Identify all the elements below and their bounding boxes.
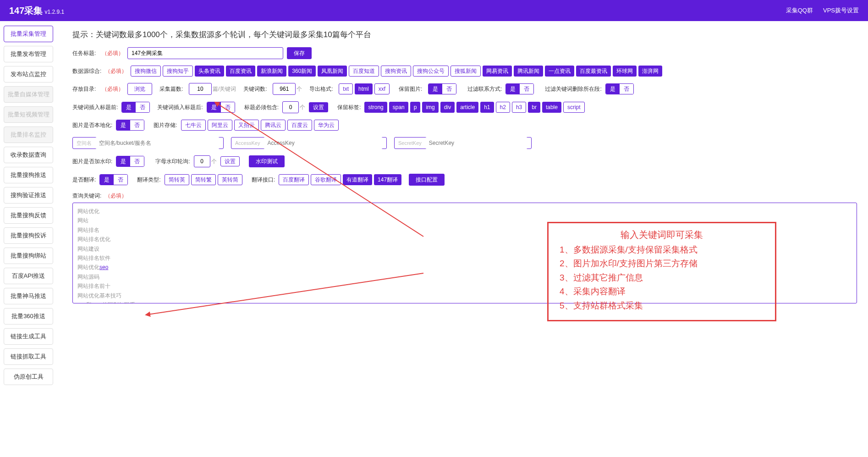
label-img-store: 图片存储: <box>154 121 177 129</box>
keep-tag-8[interactable]: h3 <box>512 102 526 113</box>
trans-type-tag-1[interactable]: 简转繁 <box>191 174 216 185</box>
annotation-line: 5、支持站群格式采集 <box>560 299 764 313</box>
accesskey-input[interactable] <box>264 137 383 149</box>
trans-api-tag-3[interactable]: 147翻译 <box>374 174 401 185</box>
toggle-filter-contact[interactable]: 是否 <box>505 83 534 94</box>
title-must-input[interactable] <box>282 101 299 113</box>
source-tag-15[interactable]: 环球网 <box>613 66 637 77</box>
source-tag-8[interactable]: 搜狗资讯 <box>381 66 411 77</box>
annotation-box: 输入关键词即可采集 1、多数据源采集/支持保留采集格式2、图片加水印/支持图片第… <box>547 222 776 321</box>
sidebar-item-5: 批量排名监控 <box>4 127 53 143</box>
label-source: 数据源综合: <box>72 67 101 75</box>
link-vps[interactable]: VPS拨号设置 <box>823 6 859 15</box>
img-store-tag-5[interactable]: 华为云 <box>314 120 339 131</box>
space-prefix: 空间名 <box>77 140 92 147</box>
source-tag-11[interactable]: 网易资讯 <box>483 66 512 77</box>
keep-tag-1[interactable]: span <box>389 102 408 113</box>
toggle-keep-img[interactable]: 是否 <box>428 83 456 94</box>
img-store-tag-1[interactable]: 阿里云 <box>208 120 232 131</box>
collect-count-input[interactable] <box>189 83 212 95</box>
keep-tag-2[interactable]: p <box>410 102 421 113</box>
img-store-tag-2[interactable]: 又拍云 <box>234 120 259 131</box>
secretkey-input[interactable] <box>425 137 527 149</box>
save-button[interactable]: 保存 <box>287 47 312 59</box>
sidebar-item-12[interactable]: 百度API推送 <box>4 268 53 284</box>
sidebar-item-1[interactable]: 批量发布管理 <box>4 46 53 62</box>
space-input-box: 空间名 <box>72 137 224 149</box>
sidebar-item-7[interactable]: 批量搜狗推送 <box>4 167 53 183</box>
title-must-set-button[interactable]: 设置 <box>309 102 328 112</box>
sidebar-item-13[interactable]: 批量神马推送 <box>4 288 53 304</box>
sidebar-item-10[interactable]: 批量搜狗投诉 <box>4 227 53 244</box>
space-input[interactable] <box>95 137 220 149</box>
sidebar-item-14[interactable]: 批量360推送 <box>4 308 53 325</box>
sidebar-item-16[interactable]: 链接抓取工具 <box>4 348 53 365</box>
wm-test-button[interactable]: 水印测试 <box>249 155 285 167</box>
label-query-kw: 查询关键词: <box>72 192 101 200</box>
keep-tag-5[interactable]: article <box>456 102 478 113</box>
source-tag-5[interactable]: 360新闻 <box>288 66 316 77</box>
toggle-translate[interactable]: 是否 <box>99 174 128 185</box>
img-store-tag-4[interactable]: 百度云 <box>287 120 312 131</box>
export-fmt-tag-0[interactable]: txt <box>339 83 353 94</box>
annotation-title: 输入关键词即可采集 <box>560 229 764 241</box>
browse-button[interactable]: 浏览 <box>127 83 152 95</box>
keyword-count-input[interactable] <box>273 83 296 95</box>
source-tag-16[interactable]: 澎湃网 <box>638 66 662 77</box>
source-tag-7[interactable]: 百度知道 <box>349 66 379 77</box>
source-tag-0[interactable]: 搜狗微信 <box>131 66 161 77</box>
label-kw-after: 关键词插入标题后: <box>157 104 203 111</box>
label-trans-api: 翻译接口: <box>252 176 275 184</box>
source-tag-3[interactable]: 百度资讯 <box>226 66 255 77</box>
toggle-img-wm[interactable]: 是否 <box>116 156 144 167</box>
toggle-kw-before[interactable]: 是否 <box>121 102 150 113</box>
sidebar-item-17[interactable]: 伪原创工具 <box>4 369 53 385</box>
task-title-input[interactable] <box>127 47 283 59</box>
sidebar-item-11[interactable]: 批量搜狗绑站 <box>4 248 53 264</box>
accesskey-input-box: AccessKey <box>231 137 387 149</box>
main: 提示：关键词数最多1000个，采集数据源多个轮训，每个关键词最多采集10篇每个平… <box>57 21 868 390</box>
keep-tag-0[interactable]: strong <box>364 102 387 113</box>
source-tag-13[interactable]: 一点资讯 <box>545 66 574 77</box>
sidebar-item-2[interactable]: 发布站点监控 <box>4 66 53 83</box>
source-tag-9[interactable]: 搜狗公众号 <box>413 66 449 77</box>
keep-tag-4[interactable]: div <box>440 102 455 113</box>
source-tag-6[interactable]: 凤凰新闻 <box>318 66 347 77</box>
sidebar-item-15[interactable]: 链接生成工具 <box>4 328 53 345</box>
source-tag-2[interactable]: 头条资讯 <box>195 66 224 77</box>
keep-tag-7[interactable]: h2 <box>496 102 510 113</box>
source-tag-10[interactable]: 搜狐新闻 <box>450 66 481 77</box>
toggle-kw-after[interactable]: 是否 <box>207 102 235 113</box>
trans-type-tag-0[interactable]: 简转英 <box>165 174 189 185</box>
source-tag-1[interactable]: 搜狗知乎 <box>163 66 193 77</box>
toggle-img-local[interactable]: 是否 <box>116 120 144 131</box>
sidebar-item-8[interactable]: 搜狗验证推送 <box>4 187 53 204</box>
keep-tag-10[interactable]: table <box>542 102 561 113</box>
toggle-filter-kw-para[interactable]: 是否 <box>605 83 634 94</box>
sidebar-item-9[interactable]: 批量搜狗反馈 <box>4 207 53 224</box>
trans-api-tag-1[interactable]: 谷歌翻译 <box>311 174 341 185</box>
img-store-tag-3[interactable]: 腾讯云 <box>261 120 286 131</box>
label-trans-type: 翻译类型: <box>137 176 160 184</box>
link-qq[interactable]: 采集QQ群 <box>786 6 813 15</box>
source-tag-4[interactable]: 新浪新闻 <box>257 66 286 77</box>
api-config-button[interactable]: 接口配置 <box>409 174 445 186</box>
wm-set-button[interactable]: 设置 <box>220 156 240 166</box>
trans-api-tag-2[interactable]: 有道翻译 <box>343 174 372 185</box>
keep-tag-9[interactable]: br <box>528 102 540 113</box>
keep-tag-11[interactable]: script <box>563 102 585 113</box>
sidebar-item-0[interactable]: 批量采集管理 <box>4 26 53 42</box>
keep-tag-6[interactable]: h1 <box>480 102 494 113</box>
wm-rotate-input[interactable] <box>194 155 210 167</box>
label-keyword-count: 关键词数: <box>243 85 269 93</box>
source-tag-14[interactable]: 百度最资讯 <box>576 66 611 77</box>
trans-type-tag-2[interactable]: 英转简 <box>218 174 242 185</box>
export-fmt-tag-2[interactable]: xxf <box>374 83 390 94</box>
export-fmt-tag-1[interactable]: html <box>355 83 373 94</box>
trans-api-tag-0[interactable]: 百度翻译 <box>279 174 309 185</box>
label-kw-before: 关键词插入标题前: <box>72 104 118 111</box>
source-tag-12[interactable]: 腾讯新闻 <box>514 66 543 77</box>
sidebar-item-6[interactable]: 收录数据查询 <box>4 147 53 163</box>
img-store-tag-0[interactable]: 七牛云 <box>181 120 206 131</box>
keep-tag-3[interactable]: img <box>422 102 438 113</box>
